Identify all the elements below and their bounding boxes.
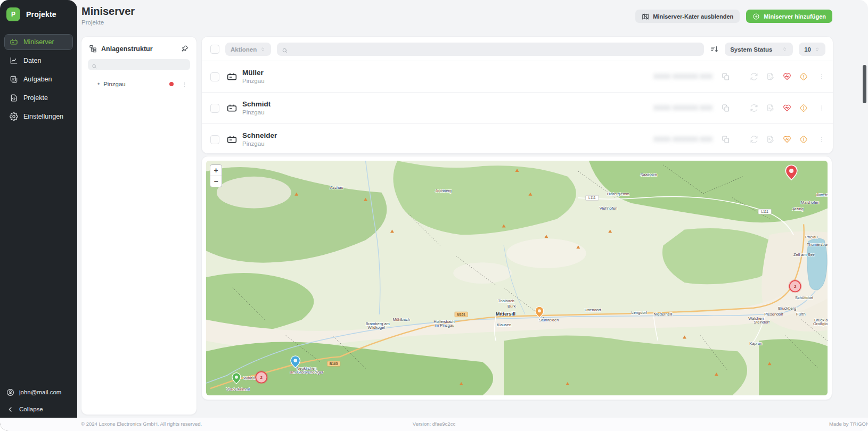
collapse-button[interactable]: Collapse bbox=[6, 402, 71, 416]
sidebar-item-daten[interactable]: Daten bbox=[4, 53, 73, 69]
row-group: Pinzgau bbox=[242, 77, 653, 85]
user-account[interactable]: john@mail.com bbox=[6, 385, 71, 399]
sidebar-item-miniserver[interactable]: Miniserver bbox=[4, 34, 73, 50]
row-menu-icon[interactable] bbox=[818, 104, 825, 112]
brand-logo: P bbox=[6, 7, 20, 21]
pushpin-icon[interactable] bbox=[181, 45, 189, 53]
table-toolbar: Aktionen System Status 10 bbox=[202, 37, 833, 61]
zoom-out-button[interactable]: − bbox=[210, 176, 222, 187]
refresh-icon[interactable] bbox=[750, 72, 758, 81]
map-panel: + − bbox=[201, 156, 832, 400]
map-place-label: Jochberg bbox=[435, 188, 452, 193]
sort-icon[interactable] bbox=[710, 45, 719, 54]
alert-diamond-icon[interactable] bbox=[799, 135, 808, 144]
map-canvas: L111L111B161B165 SaalbachAschauJochbergH… bbox=[206, 161, 828, 395]
gear-icon bbox=[10, 112, 18, 121]
select-all-checkbox[interactable] bbox=[210, 45, 219, 54]
table-row[interactable]: Müller Pinzgau XXXX XXXXXX XXX bbox=[202, 61, 833, 92]
chevrons-updown-icon bbox=[260, 46, 266, 52]
refresh-icon[interactable] bbox=[750, 104, 758, 112]
sidebar-item-projekte[interactable]: Projekte bbox=[4, 90, 73, 106]
copy-icon[interactable] bbox=[722, 104, 730, 112]
health-heart-icon[interactable] bbox=[783, 135, 791, 144]
health-heart-icon[interactable] bbox=[783, 104, 791, 112]
made-by-text: Made by TRIGON bbox=[829, 421, 868, 427]
miniserver-icon bbox=[226, 71, 238, 82]
map[interactable]: + − bbox=[206, 161, 828, 395]
copy-icon[interactable] bbox=[722, 135, 730, 144]
map-place-label: Zell am See bbox=[793, 252, 815, 257]
table-rows: Müller Pinzgau XXXX XXXXXX XXX Schmidt P… bbox=[202, 61, 833, 154]
map-cluster-marker[interactable]: 2 bbox=[255, 370, 268, 384]
table-row[interactable]: Schneider Pinzgau XXXX XXXXXX XXX bbox=[202, 123, 833, 154]
map-place-label: Uttendorf bbox=[585, 308, 602, 312]
copy-icon[interactable] bbox=[722, 72, 730, 81]
document-edit-icon[interactable] bbox=[766, 104, 775, 112]
row-checkbox[interactable] bbox=[210, 135, 219, 144]
miniserver-icon bbox=[226, 103, 238, 114]
structure-panel: Anlagenstruktur • Pinzgau bbox=[81, 36, 197, 415]
hide-map-label: Miniserver-Kater ausblenden bbox=[653, 13, 733, 20]
map-place-label: Steindorf bbox=[754, 320, 770, 325]
structure-panel-title: Anlagenstruktur bbox=[101, 45, 177, 53]
actions-dropdown[interactable]: Aktionen bbox=[225, 43, 271, 56]
map-place-label: Atzing bbox=[792, 206, 804, 211]
top-actions: Miniserver-Kater ausblenden Miniserver h… bbox=[635, 10, 832, 23]
map-place-label: Wildkogel bbox=[367, 325, 385, 330]
table-row[interactable]: Schmidt Pinzgau XXXX XXXXXX XXX bbox=[202, 92, 833, 123]
map-place-label: am Großvenediger bbox=[290, 370, 324, 375]
tree-item-menu-icon[interactable] bbox=[181, 81, 188, 88]
map-place-label: Schüttdorf bbox=[795, 295, 814, 300]
document-edit-icon[interactable] bbox=[766, 135, 775, 144]
brand-name: Projekte bbox=[26, 10, 56, 19]
tree-item-label: Pinzgau bbox=[103, 81, 169, 87]
miniserver-icon bbox=[226, 134, 238, 145]
page-size-dropdown[interactable]: 10 bbox=[799, 43, 825, 56]
map-cluster-marker[interactable]: 2 bbox=[788, 279, 802, 293]
sidebar-item-aufgaben[interactable]: Aufgaben bbox=[4, 71, 73, 87]
page-scrollbar[interactable] bbox=[863, 65, 866, 103]
brand: P Projekte bbox=[0, 0, 77, 27]
file-code-icon bbox=[10, 94, 18, 102]
structure-search-input[interactable] bbox=[100, 61, 186, 69]
map-place-label: Stuhlfelden bbox=[539, 318, 559, 322]
alert-diamond-icon[interactable] bbox=[799, 104, 808, 112]
chevron-left-icon bbox=[6, 405, 14, 413]
refresh-icon[interactable] bbox=[750, 135, 758, 144]
hide-map-button[interactable]: Miniserver-Kater ausblenden bbox=[635, 10, 740, 23]
map-place-label: Klausen bbox=[497, 322, 511, 327]
map-place-label: Kaprun bbox=[749, 341, 762, 346]
alert-diamond-icon[interactable] bbox=[799, 72, 808, 81]
row-checkbox[interactable] bbox=[210, 72, 219, 81]
row-checkbox[interactable] bbox=[210, 104, 219, 113]
map-place-label: Viehhofen bbox=[600, 206, 618, 211]
page-size-value: 10 bbox=[804, 46, 811, 53]
svg-text:L111: L111 bbox=[761, 210, 768, 213]
map-place-label: Aschau bbox=[330, 185, 343, 190]
map-place-label: Vorderkrimml bbox=[226, 387, 250, 392]
tree-item[interactable]: • Pinzgau bbox=[88, 79, 190, 89]
sidebar-item-einstellungen[interactable]: Einstellungen bbox=[4, 109, 73, 125]
health-heart-icon[interactable] bbox=[783, 72, 791, 81]
document-edit-icon[interactable] bbox=[766, 72, 775, 81]
map-place-label: Mitterhofen bbox=[816, 193, 828, 197]
tree-structure-icon bbox=[89, 45, 97, 53]
table-search-input[interactable] bbox=[291, 45, 699, 54]
svg-text:B161: B161 bbox=[457, 312, 465, 316]
map-place-label: Bruckberg bbox=[778, 306, 796, 311]
row-menu-icon[interactable] bbox=[818, 136, 825, 143]
row-name: Schmidt bbox=[242, 100, 653, 109]
svg-text:2: 2 bbox=[260, 375, 263, 380]
chart-line-icon bbox=[10, 56, 18, 65]
row-menu-icon[interactable] bbox=[818, 73, 825, 80]
add-miniserver-button[interactable]: Miniserver hinzufügen bbox=[746, 10, 832, 23]
zoom-in-button[interactable]: + bbox=[210, 165, 222, 176]
structure-search[interactable] bbox=[88, 59, 190, 70]
road-badge: L111 bbox=[586, 195, 599, 200]
actions-label: Aktionen bbox=[231, 46, 257, 53]
table-search[interactable] bbox=[277, 43, 704, 56]
sidebar: P Projekte Miniserver Daten Aufgaben Pro… bbox=[0, 0, 77, 431]
road-badge: L111 bbox=[758, 209, 771, 214]
status-filter-dropdown[interactable]: System Status bbox=[725, 43, 793, 56]
add-miniserver-label: Miniserver hinzufügen bbox=[764, 13, 826, 20]
